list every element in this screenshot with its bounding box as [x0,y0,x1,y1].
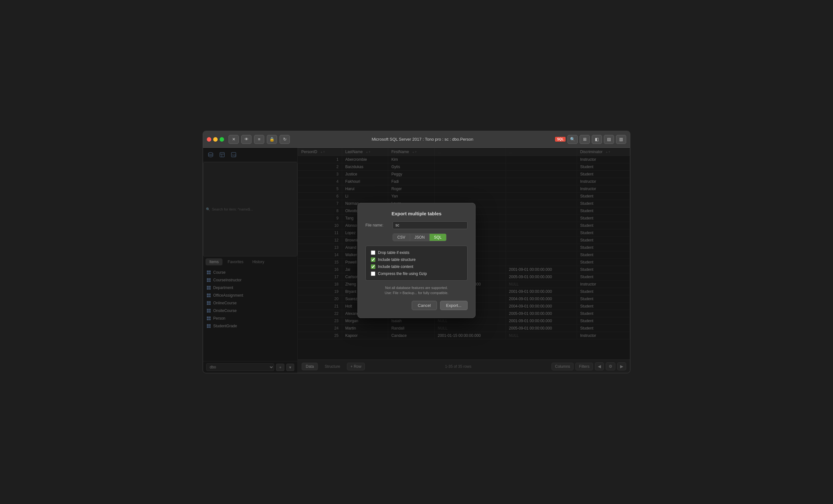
panel-button[interactable]: ▥ [616,135,626,144]
sidebar-toggle-button[interactable]: ◧ [592,135,602,144]
grid-view-button[interactable]: ⊞ [579,135,590,144]
eye-button[interactable]: 👁 [241,135,252,144]
back-button[interactable]: ✕ [229,135,239,144]
menu-button[interactable]: ≡ [254,135,264,144]
include-structure-checkbox[interactable] [371,257,375,262]
maximize-traffic-light[interactable] [220,137,224,142]
option-compress-gzip: Compress the file using Gzip [371,272,462,276]
close-traffic-light[interactable] [207,137,211,142]
titlebar: ✕ 👁 ≡ 🔒 ↻ Microsoft SQL Server 2017 : To… [203,131,630,148]
compress-gzip-label: Compress the file using Gzip [378,272,427,276]
minimize-traffic-light[interactable] [213,137,218,142]
drop-table-label: Drop table if exists [378,250,409,255]
format-sql-button[interactable]: SQL [430,234,446,241]
export-modal: Export multiple tables File name: CSV JS… [357,203,476,318]
compress-gzip-checkbox[interactable] [371,272,375,276]
modal-note-line2: Use: File > Backup... for fully compatib… [385,291,448,295]
format-json-button[interactable]: JSON [410,234,430,241]
include-content-label: Include table content [378,264,413,269]
modal-title: Export multiple tables [365,211,468,216]
include-content-checkbox[interactable] [371,264,375,269]
sql-badge: SQL [555,137,566,142]
lock-button[interactable]: 🔒 [267,135,277,144]
modal-filename-row: File name: [365,221,468,229]
cancel-button[interactable]: Cancel [412,301,436,310]
titlebar-right: SQL 🔍 ⊞ ◧ ▤ ▥ [555,135,626,144]
modal-actions: Cancel Export... [365,301,468,310]
traffic-lights [207,137,224,142]
option-include-content: Include table content [371,264,462,269]
main-window: ✕ 👁 ≡ 🔒 ↻ Microsoft SQL Server 2017 : To… [203,131,630,373]
modal-options-section: Drop table if exists Include table struc… [365,246,468,281]
modal-format-row: CSV JSON SQL [365,233,468,241]
refresh-button[interactable]: ↻ [280,135,290,144]
layout-button[interactable]: ▤ [604,135,614,144]
option-drop-table: Drop table if exists [371,250,462,255]
format-buttons: CSV JSON SQL [392,233,447,241]
drop-table-checkbox[interactable] [371,250,375,255]
filename-label: File name: [365,223,389,227]
modal-overlay: Export multiple tables File name: CSV JS… [203,148,630,373]
format-csv-button[interactable]: CSV [393,234,410,241]
window-title: Microsoft SQL Server 2017 : Tono pro : s… [292,137,552,142]
include-structure-label: Include table structure [378,257,415,262]
export-button[interactable]: Export... [440,301,468,310]
modal-note: Not all database features are supported.… [365,285,468,296]
modal-note-line1: Not all database features are supported. [385,286,448,289]
search-titlebar-button[interactable]: 🔍 [568,135,578,144]
option-include-structure: Include table structure [371,257,462,262]
filename-input[interactable] [392,221,468,229]
